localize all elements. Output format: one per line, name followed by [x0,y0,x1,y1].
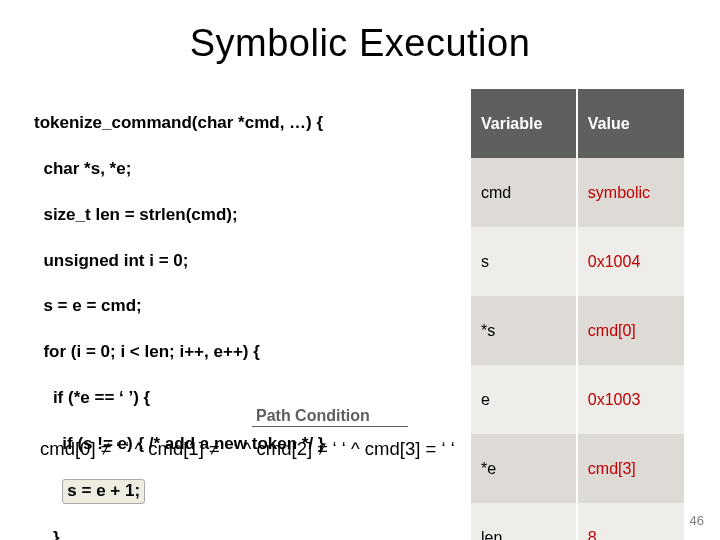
cell-var: len [471,503,577,540]
cell-val: 0x1004 [577,227,685,296]
table-header-row: Variable Value [471,89,685,158]
content-row: tokenize_command(char *cmd, …) { char *s… [34,89,686,540]
cell-var: *e [471,434,577,503]
path-condition-label: Path Condition [252,406,408,427]
page-number: 46 [690,513,704,528]
table-row: len 8 [471,503,685,540]
cell-var: *s [471,296,577,365]
code-line: unsigned int i = 0; [34,250,445,273]
cell-var: e [471,365,577,434]
code-line: tokenize_command(char *cmd, …) { [34,112,445,135]
table-row: s 0x1004 [471,227,685,296]
header-variable: Variable [471,89,577,158]
highlighted-line: s = e + 1; [62,479,145,504]
table-row: cmd symbolic [471,158,685,227]
cell-val: 8 [577,503,685,540]
code-line: size_t len = strlen(cmd); [34,204,445,227]
code-line: s = e = cmd; [34,295,445,318]
code-line: } [34,527,445,540]
cell-val: 0x1003 [577,365,685,434]
cell-var: s [471,227,577,296]
code-line: char *s, *e; [34,158,445,181]
code-line: for (i = 0; i < len; i++, e++) { [34,341,445,364]
cell-var: cmd [471,158,577,227]
slide: Symbolic Execution tokenize_command(char… [0,0,720,540]
table-row: *s cmd[0] [471,296,685,365]
table-row: *e cmd[3] [471,434,685,503]
slide-title: Symbolic Execution [34,22,686,65]
code-block: tokenize_command(char *cmd, …) { char *s… [34,89,445,540]
header-value: Value [577,89,685,158]
cell-val: symbolic [577,158,685,227]
cell-val: cmd[0] [577,296,685,365]
cell-val: cmd[3] [577,434,685,503]
table-row: e 0x1003 [471,365,685,434]
code-line: s = e + 1; [34,479,445,504]
variable-table: Variable Value cmd symbolic s 0x1004 *s … [471,89,686,540]
path-condition-text: cmd[0] ≠ ‘ ‘ ^ cmd[1] ≠ ‘ ‘ ^ cmd[2] ≠ ‘… [40,438,455,460]
